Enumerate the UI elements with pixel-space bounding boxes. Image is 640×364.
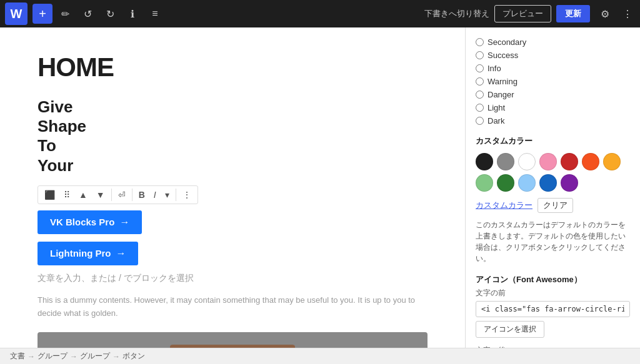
main-area: HOME GiveShapeToYour ⬛ ⠿ ▲ ▼ ⏎ B I ▾ ⋮ V… — [0, 27, 640, 348]
swatch-green[interactable] — [497, 174, 514, 192]
separator2 — [132, 189, 132, 201]
swatch-pink[interactable] — [539, 153, 557, 170]
radio-info[interactable]: Info — [476, 64, 630, 73]
bold-btn[interactable]: B — [135, 187, 149, 202]
redo-button[interactable]: ↻ — [100, 4, 120, 24]
radio-secondary-label: Secondary — [488, 37, 526, 47]
update-button[interactable]: 更新 — [556, 5, 590, 22]
editor-placeholder[interactable]: 文章を入力、または / でブロックを選択 — [38, 273, 428, 284]
add-block-button[interactable]: + — [32, 4, 52, 24]
swatch-purple[interactable] — [561, 174, 578, 192]
clear-button[interactable]: クリア — [538, 198, 573, 213]
swatch-blue[interactable] — [539, 174, 557, 192]
sep3: → — [112, 352, 120, 361]
more-options-button[interactable]: ⋮ — [620, 6, 635, 22]
radio-warning[interactable]: Warning — [476, 77, 630, 86]
draft-button[interactable]: 下書きへ切り替え — [424, 8, 489, 19]
swatch-yellow[interactable] — [603, 153, 621, 170]
wordpress-logo[interactable]: W — [5, 2, 28, 25]
preview-button[interactable]: プレビュー — [494, 5, 551, 22]
radio-danger-input[interactable] — [476, 91, 484, 99]
image-preview — [38, 332, 428, 348]
arrow-icon: → — [119, 217, 129, 228]
drag-btn[interactable]: ⠿ — [60, 187, 74, 202]
before-icon-label: 文字の前 — [476, 288, 630, 298]
more-format-btn[interactable]: ▾ — [161, 187, 173, 202]
list-view-button[interactable]: ≡ — [145, 4, 165, 24]
radio-success-label: Success — [488, 51, 518, 60]
vk-blocks-label: VK Blocks Pro — [50, 217, 114, 227]
dummy-content: This is a dummy contents. However, it ma… — [38, 294, 428, 320]
breadcrumb-item-group2: グループ — [80, 351, 110, 362]
radio-info-label: Info — [488, 64, 501, 73]
radio-secondary-input[interactable] — [476, 38, 484, 46]
sep1: → — [28, 352, 35, 361]
editor-area: HOME GiveShapeToYour ⬛ ⠿ ▲ ▼ ⏎ B I ▾ ⋮ V… — [0, 27, 465, 348]
breadcrumb-item-button: ボタン — [122, 351, 145, 362]
radio-success-input[interactable] — [476, 51, 484, 59]
italic-btn[interactable]: I — [150, 187, 160, 202]
settings-button[interactable]: ⚙ — [595, 4, 615, 24]
icon-section-title: アイコン（Font Awesome） — [476, 274, 630, 285]
breadcrumb-item-doc: 文書 — [10, 351, 25, 362]
radio-light-input[interactable] — [476, 104, 484, 112]
breadcrumb-item-group1: グループ — [38, 351, 68, 362]
right-sidebar: Secondary Success Info Warning Danger Li… — [465, 27, 640, 348]
vk-blocks-button[interactable]: VK Blocks Pro → — [38, 210, 142, 234]
block-icon-btn[interactable]: ⬛ — [41, 187, 59, 202]
custom-color-link[interactable]: カスタムカラー — [476, 200, 532, 211]
swatch-light-green[interactable] — [476, 174, 493, 192]
color-note: このカスタムカラーはデフォルトのカラーを上書きします。デフォルトの色を使用したい… — [476, 219, 630, 264]
tools-button[interactable]: ✏ — [55, 4, 75, 24]
select-before-icon-button[interactable]: アイコンを選択 — [476, 321, 544, 338]
radio-light-label: Light — [488, 103, 505, 112]
swatch-orange[interactable] — [582, 153, 599, 170]
radio-warning-input[interactable] — [476, 77, 484, 86]
radio-dark[interactable]: Dark — [476, 116, 630, 125]
move-up-btn[interactable]: ▲ — [75, 187, 91, 202]
radio-secondary[interactable]: Secondary — [476, 37, 630, 47]
before-icon-input[interactable]: <i class="fas fa-arrow-circle-right": — [476, 301, 630, 317]
radio-warning-label: Warning — [488, 77, 518, 86]
undo-button[interactable]: ↺ — [78, 4, 98, 24]
lightning-button[interactable]: Lightning Pro → — [38, 242, 138, 265]
radio-dark-label: Dark — [488, 116, 504, 125]
icon-section: アイコン（Font Awesome） 文字の前 <i class="fas fa… — [476, 274, 630, 348]
hero-heading: GiveShapeToYour — [38, 97, 428, 175]
top-bar: W + ✏ ↺ ↻ ℹ ≡ 下書きへ切り替え プレビュー 更新 ⚙ ⋮ — [0, 0, 640, 27]
radio-danger[interactable]: Danger — [476, 90, 630, 99]
radio-dark-input[interactable] — [476, 117, 484, 125]
top-bar-actions: 下書きへ切り替え プレビュー 更新 ⚙ ⋮ — [424, 4, 635, 24]
top-bar-left: W + ✏ ↺ ↻ ℹ ≡ — [5, 2, 165, 25]
custom-color-title: カスタムカラー — [476, 135, 630, 147]
move-down-btn[interactable]: ▼ — [92, 187, 109, 202]
sep2: → — [70, 352, 78, 361]
details-button[interactable]: ℹ — [122, 4, 142, 24]
color-swatches — [476, 153, 630, 192]
swatch-red[interactable] — [561, 153, 578, 170]
radio-light[interactable]: Light — [476, 103, 630, 112]
color-actions: カスタムカラー クリア — [476, 198, 630, 213]
link-btn[interactable]: ⏎ — [114, 187, 129, 202]
swatch-black[interactable] — [476, 153, 493, 170]
breadcrumb-bar: 文書 → グループ → グループ → ボタン — [0, 348, 640, 364]
radio-danger-label: Danger — [488, 90, 514, 99]
style-radio-group: Secondary Success Info Warning Danger Li… — [476, 37, 630, 125]
arrow-icon2: → — [116, 248, 126, 259]
swatch-gray[interactable] — [497, 153, 514, 170]
separator3 — [176, 189, 176, 201]
swatch-white[interactable] — [518, 153, 536, 170]
swatch-light-blue[interactable] — [518, 174, 536, 192]
block-toolbar: ⬛ ⠿ ▲ ▼ ⏎ B I ▾ ⋮ — [38, 185, 198, 204]
radio-info-input[interactable] — [476, 64, 484, 72]
separator — [111, 189, 112, 201]
radio-success[interactable]: Success — [476, 51, 630, 60]
lightning-label: Lightning Pro — [50, 248, 111, 258]
block-options-btn[interactable]: ⋮ — [179, 187, 195, 202]
home-title: HOME — [38, 52, 428, 82]
